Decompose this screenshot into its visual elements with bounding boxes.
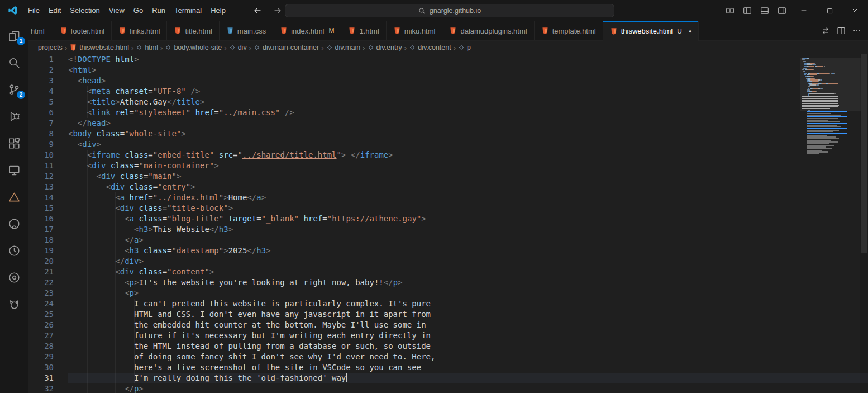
code-line-6[interactable]: <link rel="stylesheet" href="../main.css… — [68, 107, 868, 118]
line-number: 31 — [28, 373, 54, 383]
code-line-8[interactable]: <body class="whole-site"> — [68, 129, 868, 139]
code-line-10[interactable]: <iframe class="embed-title" src="../shar… — [68, 150, 868, 160]
code-line-19[interactable]: <h3 class="datestamp">2025</h3> — [68, 245, 868, 256]
breadcrumb-html[interactable]: html — [136, 44, 158, 51]
code-line-1[interactable]: <!DOCTYPE html> — [68, 54, 868, 65]
activity-explorer[interactable]: 1 — [1, 26, 27, 45]
code-line-29[interactable]: of doing some fancy shit I don't see why… — [68, 352, 868, 362]
tab-title.html[interactable]: title.html — [167, 21, 219, 40]
menu-edit[interactable]: Edit — [44, 4, 65, 17]
menu-run[interactable]: Run — [147, 4, 170, 17]
tab-main.css[interactable]: main.css — [220, 21, 273, 40]
code-line-5[interactable]: <title>Athene.Gay</title> — [68, 97, 868, 107]
code-line-7[interactable]: </head> — [68, 118, 868, 129]
command-center-search[interactable]: gnargle.github.io — [285, 4, 614, 17]
code-line-30[interactable]: here's a live screenshot of the site in … — [68, 362, 868, 373]
breadcrumb-thiswebsite.html[interactable]: thiswebsite.html — [69, 44, 129, 51]
tab-miku.html[interactable]: miku.html — [387, 21, 443, 40]
code-line-2[interactable]: <html> — [68, 65, 868, 75]
menu-view[interactable]: View — [104, 4, 129, 17]
tab-1.html[interactable]: 1.html — [341, 21, 386, 40]
code-line-12[interactable]: <div class="main"> — [68, 171, 868, 182]
code-line-13[interactable]: <div class="entry"> — [68, 182, 868, 192]
code-line-9[interactable]: <div> — [68, 139, 868, 150]
breadcrumb-div.main[interactable]: div.main — [326, 44, 361, 51]
close-button[interactable] — [842, 0, 868, 21]
code-line-24[interactable]: I can't pretend this website is particul… — [68, 299, 868, 309]
activity-extension-triangle[interactable] — [1, 187, 27, 206]
breadcrumb-div.main-container[interactable]: div.main-container — [254, 44, 319, 51]
activity-extensions[interactable] — [1, 134, 27, 153]
line-number: 19 — [28, 245, 54, 256]
activity-remote-explorer[interactable] — [1, 160, 27, 179]
code-line-28[interactable]: the HTML instead of pulling from a datab… — [68, 341, 868, 352]
minimap[interactable] — [802, 58, 859, 155]
activity-extension-circle[interactable] — [1, 268, 27, 287]
tab-thiswebsite.html[interactable]: thiswebsite.htmlU● — [603, 21, 699, 41]
tab-label: footer.html — [71, 27, 105, 35]
menu-terminal[interactable]: Terminal — [170, 4, 206, 17]
code-line-15[interactable]: <div class="title-block"> — [68, 203, 868, 214]
forward-arrow-icon[interactable] — [271, 4, 284, 17]
code-area[interactable]: <!DOCTYPE html><html> <head> <meta chars… — [54, 54, 868, 393]
tab-label: thiswebsite.html — [621, 27, 673, 35]
tab-footer.html[interactable]: footer.html — [53, 21, 112, 40]
breadcrumb-div.content[interactable]: div.content — [409, 44, 451, 51]
code-line-18[interactable]: </a> — [68, 235, 868, 245]
breadcrumb-div[interactable]: div — [229, 44, 247, 51]
line-number: 4 — [28, 86, 54, 97]
toggle-panel-icon[interactable] — [760, 6, 769, 15]
code-line-3[interactable]: <head> — [68, 75, 868, 86]
activity-search[interactable] — [1, 53, 27, 72]
code-line-26[interactable]: the embedded hit counter at the bottom. … — [68, 320, 868, 330]
vertical-scrollbar[interactable] — [860, 54, 868, 393]
maximize-button[interactable] — [817, 0, 842, 21]
code-line-23[interactable]: <p> — [68, 288, 868, 299]
menu-go[interactable]: Go — [129, 4, 147, 17]
code-line-4[interactable]: <meta charset="UTF-8" /> — [68, 86, 868, 97]
activity-github[interactable] — [1, 214, 27, 233]
code-line-22[interactable]: <p>It's the website you're looking at ri… — [68, 277, 868, 288]
code-line-11[interactable]: <div class="main-container"> — [68, 160, 868, 171]
open-changes-button[interactable] — [821, 26, 830, 35]
breadcrumb-projects[interactable]: projects — [38, 44, 63, 51]
customize-layout-icon[interactable] — [726, 6, 735, 15]
code-line-27[interactable]: future if it's necessary but I'm writing… — [68, 330, 868, 341]
activity-source-control[interactable]: 2 — [1, 80, 27, 99]
code-line-31[interactable]: I'm really doing this the 'old-fashioned… — [68, 373, 868, 383]
tab-links.html[interactable]: links.html — [112, 21, 167, 40]
menu-help[interactable]: Help — [206, 4, 230, 17]
breadcrumb-body.whole-site[interactable]: body.whole-site — [165, 44, 222, 51]
activity-run-debug[interactable] — [1, 107, 27, 126]
editor: 1234567891011121314151617181920212223242… — [28, 54, 868, 393]
split-editor-button[interactable] — [837, 26, 846, 35]
tab-dalamudplugins.html[interactable]: dalamudplugins.html — [442, 21, 534, 40]
scrollbar-thumb[interactable] — [861, 54, 867, 253]
modified-dot-icon[interactable]: ● — [689, 29, 691, 34]
breadcrumb-label: projects — [38, 44, 63, 51]
minimize-button[interactable] — [791, 0, 817, 21]
code-line-25[interactable]: HTML and CSS. I don't even have any java… — [68, 309, 868, 320]
code-line-14[interactable]: <a href="../index.html">Home</a> — [68, 192, 868, 203]
minimap-slider[interactable] — [800, 58, 861, 111]
toggle-sidebar-icon[interactable] — [743, 6, 752, 15]
tab-template.html[interactable]: template.html — [535, 21, 603, 40]
tab-index.html[interactable]: index.htmlM — [273, 21, 341, 40]
menu-selection[interactable]: Selection — [65, 4, 104, 17]
back-arrow-icon[interactable] — [251, 4, 264, 17]
more-actions-button[interactable] — [852, 26, 861, 35]
breadcrumb-p[interactable]: p — [458, 44, 471, 51]
activity-timeline[interactable] — [1, 241, 27, 260]
code-line-17[interactable]: <h3>This Website</h3> — [68, 224, 868, 235]
menu-file[interactable]: File — [23, 4, 44, 17]
code-line-21[interactable]: <div class="content"> — [68, 267, 868, 277]
code-line-16[interactable]: <a class="blog-title" target="_blank" hr… — [68, 214, 868, 224]
tab-html[interactable]: html — [28, 21, 53, 40]
html-icon — [69, 44, 77, 51]
code-line-20[interactable]: </div> — [68, 256, 868, 267]
code-line-32[interactable]: </p> — [68, 383, 868, 393]
line-number: 30 — [28, 362, 54, 373]
activity-pets[interactable] — [1, 295, 27, 314]
breadcrumb-div.entry[interactable]: div.entry — [368, 44, 402, 51]
toggle-secondary-sidebar-icon[interactable] — [778, 6, 786, 15]
